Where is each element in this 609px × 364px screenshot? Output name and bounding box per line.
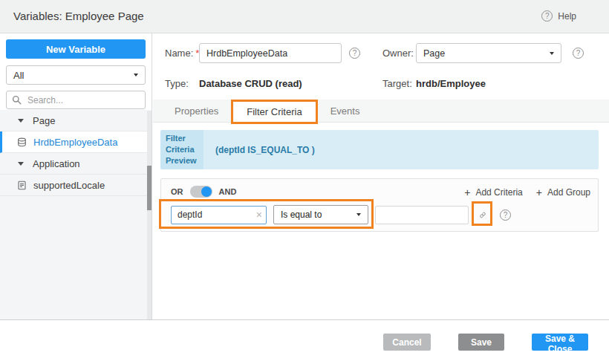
add-criteria-button[interactable]: + Add Criteria	[464, 186, 523, 198]
chevron-down-icon	[356, 213, 361, 216]
locale-variable-icon	[17, 181, 27, 190]
search-input[interactable]	[26, 94, 140, 106]
plus-icon: +	[464, 186, 470, 198]
name-field[interactable]	[199, 43, 342, 63]
and-label: AND	[219, 187, 237, 196]
owner-select[interactable]: Page	[416, 43, 561, 63]
tab-filter-criteria[interactable]: Filter Criteria	[232, 100, 316, 122]
caret-down-icon	[18, 162, 24, 166]
variables-sidebar: New Variable All Page	[0, 33, 152, 319]
target-value: hrdb/Employee	[416, 78, 486, 89]
filter-criteria-group: OR AND + Add Criteria + Add Group	[160, 178, 599, 232]
caret-down-icon	[18, 119, 24, 123]
help-icon[interactable]: ?	[541, 10, 553, 22]
tree-group-application[interactable]: Application	[0, 153, 152, 175]
sidebar-scrollbar[interactable]	[147, 111, 152, 319]
criteria-row: × Is equal to ?	[171, 205, 511, 224]
criteria-condition-select[interactable]: Is equal to	[273, 205, 368, 224]
add-criteria-label: Add Criteria	[475, 187, 522, 198]
type-value: Database CRUD (read)	[199, 78, 302, 89]
tree-item-hrdbemployeedata[interactable]: HrdbEmployeeData	[0, 131, 152, 153]
tree-group-label: Page	[33, 115, 55, 126]
tree-item-label: supportedLocale	[33, 180, 105, 191]
owner-value: Page	[423, 48, 445, 59]
criteria-field-wrap: ×	[171, 206, 267, 224]
chevron-down-icon	[134, 74, 138, 77]
plus-icon: +	[536, 186, 542, 198]
variable-type-filter-value: All	[13, 70, 24, 81]
link-icon	[480, 209, 486, 221]
chevron-down-icon	[550, 52, 554, 55]
filter-criteria-preview-value: (deptId IS_EQUAL_TO )	[203, 130, 599, 169]
add-group-button[interactable]: + Add Group	[536, 186, 590, 198]
variable-detail-panel: Name:* ? Owner:* Page ? Type: Database C…	[153, 33, 609, 319]
variable-search[interactable]	[6, 91, 146, 109]
tree-item-label: HrdbEmployeeData	[33, 137, 117, 148]
cancel-button[interactable]: Cancel	[383, 334, 431, 351]
toggle-knob	[201, 186, 212, 197]
owner-label: Owner:*	[382, 48, 420, 59]
or-and-toggle[interactable]	[190, 186, 212, 198]
variables-tree: Page HrdbEmployeeData Application	[0, 110, 152, 196]
criteria-field-input[interactable]	[171, 206, 267, 224]
clear-icon[interactable]: ×	[256, 208, 262, 221]
dialog-footer: Cancel Save Save & Close	[0, 319, 609, 364]
tree-item-supportedlocale[interactable]: supportedLocale	[0, 175, 152, 196]
criteria-help-icon[interactable]: ?	[500, 209, 511, 221]
owner-help-icon[interactable]: ?	[573, 48, 584, 59]
bind-variable-button[interactable]	[475, 206, 490, 224]
target-label: Target:	[382, 78, 412, 89]
type-label: Type:	[165, 78, 189, 89]
filter-criteria-preview-label: Filter Criteria Preview	[160, 130, 203, 169]
tab-events[interactable]: Events	[316, 100, 374, 122]
name-help-icon[interactable]: ?	[349, 48, 360, 59]
save-button[interactable]: Save	[458, 334, 504, 351]
or-label: OR	[171, 187, 183, 196]
add-actions: + Add Criteria + Add Group	[464, 186, 590, 198]
name-label: Name:*	[165, 48, 199, 59]
logic-operator-row: OR AND	[171, 186, 236, 198]
help-label: Help	[558, 11, 576, 22]
detail-tabs: Properties Filter Criteria Events	[153, 100, 609, 123]
save-and-close-button[interactable]: Save & Close	[532, 334, 588, 351]
add-group-label: Add Group	[547, 187, 590, 198]
database-variable-icon	[17, 137, 27, 147]
scrollbar-thumb[interactable]	[147, 166, 152, 210]
new-variable-button[interactable]: New Variable	[6, 39, 146, 59]
sidebar-controls: New Variable All	[0, 33, 152, 110]
tree-group-label: Application	[33, 158, 80, 169]
page-title: Variables: Employee Page	[13, 10, 144, 22]
tree-group-page[interactable]: Page	[0, 110, 152, 131]
criteria-condition-value: Is equal to	[281, 209, 322, 220]
search-icon	[12, 95, 22, 105]
help-button[interactable]: ? Help	[541, 10, 576, 22]
variable-type-filter-select[interactable]: All	[6, 65, 146, 85]
dialog-titlebar: Variables: Employee Page ? Help	[0, 0, 609, 33]
variables-dialog: Variables: Employee Page ? Help New Vari…	[0, 0, 609, 364]
filter-criteria-preview: Filter Criteria Preview (deptId IS_EQUAL…	[160, 130, 599, 169]
tab-properties[interactable]: Properties	[160, 100, 232, 122]
criteria-value-input[interactable]	[375, 206, 469, 224]
